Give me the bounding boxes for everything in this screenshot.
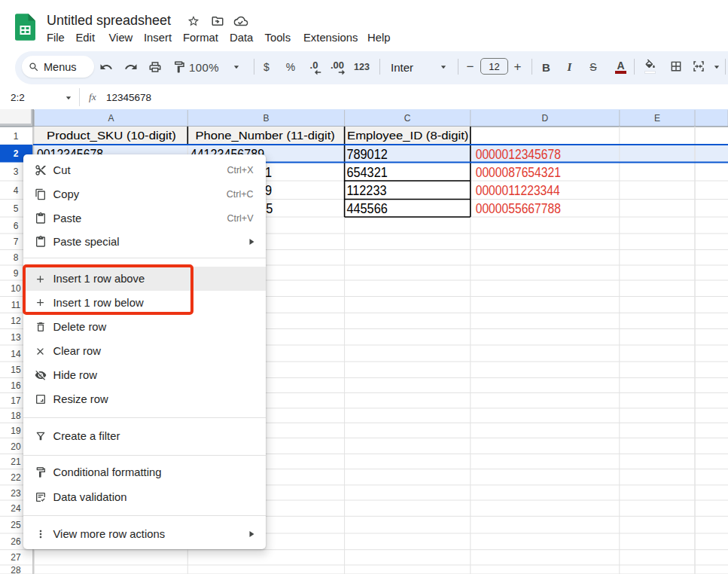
svg-text:11: 11: [11, 300, 21, 310]
svg-text:18: 18: [11, 411, 21, 421]
svg-text:9: 9: [14, 268, 19, 279]
svg-text:Phone_Number (11-digit): Phone_Number (11-digit): [195, 129, 334, 142]
svg-text:27: 27: [11, 552, 21, 563]
svg-text:13: 13: [11, 332, 21, 343]
svg-text:1: 1: [14, 131, 19, 142]
svg-text:Product_SKU (10-digit): Product_SKU (10-digit): [47, 129, 176, 142]
svg-text:E: E: [654, 113, 660, 124]
svg-text:112233: 112233: [346, 182, 386, 198]
svg-text:6: 6: [14, 221, 19, 231]
svg-text:26: 26: [11, 536, 21, 547]
svg-text:654321: 654321: [346, 164, 387, 180]
svg-text:D: D: [541, 113, 548, 124]
svg-text:8: 8: [14, 252, 19, 263]
svg-text:0000087654321: 0000087654321: [476, 163, 561, 180]
svg-text:789012: 789012: [346, 146, 387, 162]
svg-text:21: 21: [11, 456, 21, 467]
svg-text:A: A: [108, 113, 114, 124]
svg-text:3: 3: [14, 166, 19, 177]
svg-text:17: 17: [11, 395, 21, 406]
svg-text:28: 28: [11, 565, 21, 574]
svg-text:16: 16: [11, 380, 21, 391]
svg-text:5: 5: [14, 203, 19, 214]
svg-text:25: 25: [11, 520, 21, 530]
svg-text:14: 14: [11, 349, 21, 359]
svg-text:19: 19: [11, 426, 21, 436]
svg-text:22: 22: [11, 472, 21, 483]
svg-text:15: 15: [11, 365, 21, 375]
svg-text:24: 24: [11, 503, 21, 514]
svg-text:C: C: [404, 113, 411, 124]
svg-text:23: 23: [11, 488, 21, 499]
svg-text:20: 20: [11, 441, 21, 452]
svg-text:0000011223344: 0000011223344: [476, 182, 560, 199]
svg-text:B: B: [263, 113, 269, 124]
svg-text:4: 4: [14, 185, 19, 196]
svg-text:12: 12: [11, 316, 21, 326]
svg-text:10: 10: [11, 283, 21, 294]
svg-text:0000012345678: 0000012345678: [476, 145, 561, 162]
svg-text:2: 2: [14, 148, 19, 159]
svg-text:445566: 445566: [346, 200, 387, 216]
svg-text:Employee_ID (8-digit): Employee_ID (8-digit): [347, 129, 468, 142]
svg-text:7: 7: [14, 237, 19, 247]
svg-text:0000055667788: 0000055667788: [476, 200, 561, 217]
